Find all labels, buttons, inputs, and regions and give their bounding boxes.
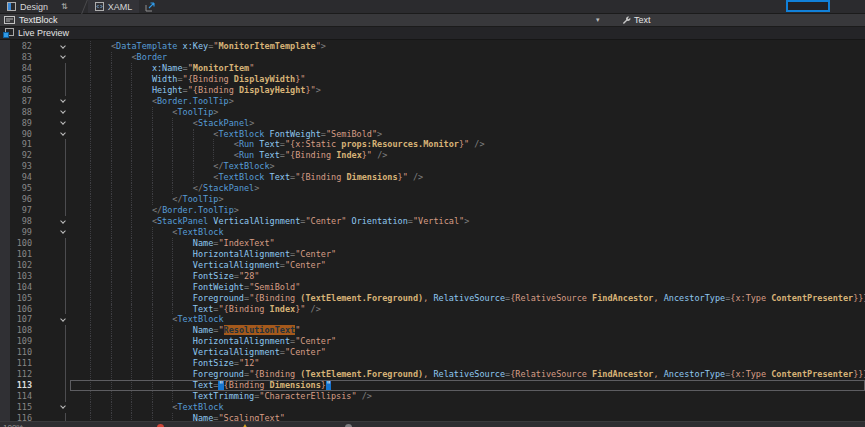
code-line[interactable]: 106Text="{Binding Index}" /> bbox=[0, 304, 865, 315]
line-number[interactable]: 104 bbox=[0, 282, 38, 293]
line-number[interactable]: 82 bbox=[0, 41, 38, 52]
line-number[interactable]: 102 bbox=[0, 260, 38, 271]
fold-chevron-icon[interactable] bbox=[60, 108, 66, 114]
code-text[interactable]: <StackPanel> bbox=[70, 118, 865, 129]
line-number[interactable]: 91 bbox=[0, 139, 38, 150]
code-line[interactable]: 83<Border bbox=[0, 52, 865, 63]
code-text[interactable]: VerticalAlignment="Center" bbox=[70, 347, 865, 358]
code-text[interactable]: Foreground="{Binding (TextElement.Foregr… bbox=[70, 293, 865, 304]
fold-chevron-icon[interactable] bbox=[60, 119, 66, 125]
code-line[interactable]: 91<Run Text="{x:Static props:Resources.M… bbox=[0, 139, 865, 150]
code-line[interactable]: 94<TextBlock Text="{Binding Dimensions}"… bbox=[0, 172, 865, 183]
line-number[interactable]: 113 bbox=[0, 380, 38, 391]
zoom-level[interactable]: 100% bbox=[3, 423, 23, 427]
code-text[interactable]: Foreground="{Binding (TextElement.Foregr… bbox=[70, 369, 865, 380]
line-number[interactable]: 85 bbox=[0, 74, 38, 85]
code-text[interactable]: <ToolTip> bbox=[70, 107, 865, 118]
code-text[interactable]: <TextBlock bbox=[70, 227, 865, 238]
code-line[interactable]: 97</Border.ToolTip> bbox=[0, 205, 865, 216]
code-text[interactable]: <Border.ToolTip> bbox=[70, 96, 865, 107]
code-text[interactable]: HorizontalAlignment="Center" bbox=[70, 249, 865, 260]
code-line[interactable]: 115<TextBlock bbox=[0, 402, 865, 413]
fold-chevron-icon[interactable] bbox=[60, 218, 66, 224]
code-line[interactable]: 102VerticalAlignment="Center" bbox=[0, 260, 865, 271]
code-text[interactable]: </ToolTip> bbox=[70, 194, 865, 205]
line-number[interactable]: 115 bbox=[0, 402, 38, 413]
line-number[interactable]: 97 bbox=[0, 205, 38, 216]
fold-chevron-icon[interactable] bbox=[60, 43, 66, 49]
line-number[interactable]: 86 bbox=[0, 85, 38, 96]
line-number[interactable]: 110 bbox=[0, 347, 38, 358]
code-text[interactable]: <TextBlock bbox=[70, 314, 865, 325]
line-number[interactable]: 96 bbox=[0, 194, 38, 205]
line-number[interactable]: 87 bbox=[0, 96, 38, 107]
code-text[interactable]: FontSize="28" bbox=[70, 271, 865, 282]
code-line[interactable]: 105Foreground="{Binding (TextElement.For… bbox=[0, 293, 865, 304]
line-number[interactable]: 89 bbox=[0, 118, 38, 129]
code-text[interactable]: Text="{Binding Index}" /> bbox=[70, 304, 865, 315]
code-text[interactable]: Name="ResolutionText" bbox=[70, 325, 865, 336]
line-number[interactable]: 105 bbox=[0, 293, 38, 304]
fold-chevron-icon[interactable] bbox=[60, 316, 66, 322]
code-text[interactable]: HorizontalAlignment="Center" bbox=[70, 336, 865, 347]
code-line[interactable]: 90<TextBlock FontWeight="SemiBold"> bbox=[0, 129, 865, 140]
line-number[interactable]: 114 bbox=[0, 391, 38, 402]
code-line[interactable]: 92<Run Text="{Binding Index}" /> bbox=[0, 150, 865, 161]
code-text[interactable]: Text="{Binding Dimensions}" bbox=[70, 380, 865, 391]
code-line[interactable]: 110VerticalAlignment="Center" bbox=[0, 347, 865, 358]
code-text[interactable]: <Run Text="{Binding Index}" /> bbox=[70, 150, 865, 161]
code-line[interactable]: 87<Border.ToolTip> bbox=[0, 96, 865, 107]
code-text[interactable]: Height="{Binding DisplayHeight}"> bbox=[70, 85, 865, 96]
code-line[interactable]: 114TextTrimming="CharacterEllipsis" /> bbox=[0, 391, 865, 402]
line-number[interactable]: 92 bbox=[0, 150, 38, 161]
code-line[interactable]: 101HorizontalAlignment="Center" bbox=[0, 249, 865, 260]
fold-chevron-icon[interactable] bbox=[60, 97, 66, 103]
code-line[interactable]: 111FontSize="12" bbox=[0, 358, 865, 369]
line-number[interactable]: 84 bbox=[0, 63, 38, 74]
code-text[interactable]: x:Name="MonitorItem" bbox=[70, 63, 865, 74]
line-number[interactable]: 88 bbox=[0, 107, 38, 118]
line-number[interactable]: 99 bbox=[0, 227, 38, 238]
line-number[interactable]: 93 bbox=[0, 161, 38, 172]
line-number[interactable]: 90 bbox=[0, 129, 38, 140]
tab-xaml[interactable]: XAML bbox=[88, 0, 140, 13]
fold-chevron-icon[interactable] bbox=[60, 130, 66, 136]
code-line[interactable]: 108Name="ResolutionText" bbox=[0, 325, 865, 336]
code-line[interactable]: 103FontSize="28" bbox=[0, 271, 865, 282]
code-line[interactable]: 93</TextBlock> bbox=[0, 161, 865, 172]
line-number[interactable]: 107 bbox=[0, 314, 38, 325]
code-text[interactable]: <TextBlock FontWeight="SemiBold"> bbox=[70, 129, 865, 140]
line-number[interactable]: 106 bbox=[0, 304, 38, 315]
code-text[interactable]: <Border bbox=[70, 52, 865, 63]
code-text[interactable]: <TextBlock Text="{Binding Dimensions}" /… bbox=[70, 172, 865, 183]
code-line[interactable]: 98<StackPanel VerticalAlignment="Center"… bbox=[0, 216, 865, 227]
line-number[interactable]: 111 bbox=[0, 358, 38, 369]
code-text[interactable]: <TextBlock bbox=[70, 402, 865, 413]
line-number[interactable]: 109 bbox=[0, 336, 38, 347]
line-number[interactable]: 100 bbox=[0, 238, 38, 249]
code-text[interactable]: Name="IndexText" bbox=[70, 238, 865, 249]
code-text[interactable]: </TextBlock> bbox=[70, 161, 865, 172]
line-number[interactable]: 112 bbox=[0, 369, 38, 380]
code-line[interactable]: 89<StackPanel> bbox=[0, 118, 865, 129]
code-line[interactable]: 109HorizontalAlignment="Center" bbox=[0, 336, 865, 347]
line-number[interactable]: 98 bbox=[0, 216, 38, 227]
line-number[interactable]: 95 bbox=[0, 183, 38, 194]
code-line[interactable]: 100Name="IndexText" bbox=[0, 238, 865, 249]
code-line[interactable]: 104FontWeight="SemiBold" bbox=[0, 282, 865, 293]
code-text[interactable]: </Border.ToolTip> bbox=[70, 205, 865, 216]
split-view-button[interactable] bbox=[786, 0, 830, 12]
code-line[interactable]: 88<ToolTip> bbox=[0, 107, 865, 118]
property-selector[interactable]: Text bbox=[622, 14, 651, 26]
code-line[interactable]: 86Height="{Binding DisplayHeight}"> bbox=[0, 85, 865, 96]
code-line[interactable]: 113Text="{Binding Dimensions}" bbox=[0, 380, 865, 391]
code-text[interactable]: TextTrimming="CharacterEllipsis" /> bbox=[70, 391, 865, 402]
code-line[interactable]: 85Width="{Binding DisplayWidth}" bbox=[0, 74, 865, 85]
code-text[interactable]: FontSize="12" bbox=[70, 358, 865, 369]
code-line[interactable]: 107<TextBlock bbox=[0, 314, 865, 325]
code-text[interactable]: <DataTemplate x:Key="MonitorItemTemplate… bbox=[70, 41, 865, 52]
popout-icon[interactable] bbox=[145, 2, 155, 12]
fold-chevron-icon[interactable] bbox=[60, 229, 66, 235]
line-number[interactable]: 103 bbox=[0, 271, 38, 282]
fold-chevron-icon[interactable] bbox=[60, 404, 66, 410]
